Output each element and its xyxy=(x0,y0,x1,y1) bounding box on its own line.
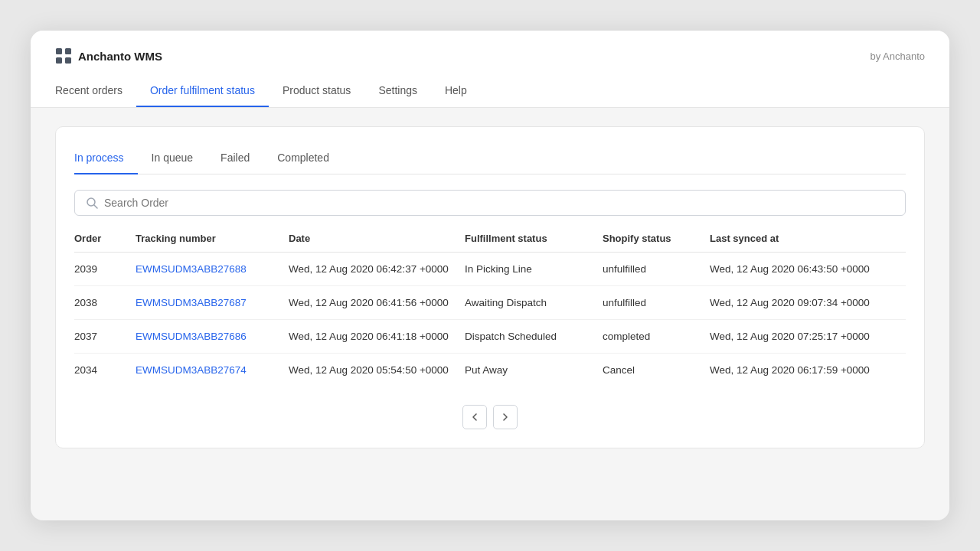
cell-fulfillment: Awaiting Dispatch xyxy=(465,286,603,320)
table-row: 2039 EWMSUDM3ABB27688 Wed, 12 Aug 2020 0… xyxy=(74,253,906,286)
col-header-shopify: Shopify status xyxy=(603,233,710,253)
col-header-order: Order xyxy=(74,233,136,253)
header: Anchanto WMS by Anchanto Recent orders O… xyxy=(31,31,949,108)
tracking-link[interactable]: EWMSUDM3ABB27688 xyxy=(136,263,247,275)
cell-tracking[interactable]: EWMSUDM3ABB27674 xyxy=(136,354,289,387)
tab-recent-orders[interactable]: Recent orders xyxy=(55,78,136,107)
cell-tracking[interactable]: EWMSUDM3ABB27686 xyxy=(136,320,289,354)
arrow-left-icon xyxy=(469,412,480,422)
table-row: 2038 EWMSUDM3ABB27687 Wed, 12 Aug 2020 0… xyxy=(74,286,906,320)
cell-shopify: completed xyxy=(603,320,710,354)
subtab-failed[interactable]: Failed xyxy=(207,145,263,174)
cell-date: Wed, 12 Aug 2020 06:41:18 +0000 xyxy=(289,320,465,354)
cell-order: 2034 xyxy=(74,354,136,387)
subtab-completed[interactable]: Completed xyxy=(263,145,343,174)
tab-settings[interactable]: Settings xyxy=(364,78,431,107)
cell-synced: Wed, 12 Aug 2020 06:17:59 +0000 xyxy=(710,354,906,387)
svg-rect-1 xyxy=(65,48,71,54)
cell-date: Wed, 12 Aug 2020 06:42:37 +0000 xyxy=(289,253,465,286)
cell-order: 2038 xyxy=(74,286,136,320)
table-row: 2037 EWMSUDM3ABB27686 Wed, 12 Aug 2020 0… xyxy=(74,320,906,354)
cell-order: 2039 xyxy=(74,253,136,286)
cell-shopify: unfulfilled xyxy=(603,286,710,320)
arrow-right-icon xyxy=(500,412,511,422)
cell-fulfillment: Dispatch Scheduled xyxy=(465,320,603,354)
svg-rect-2 xyxy=(56,57,62,64)
cell-synced: Wed, 12 Aug 2020 07:25:17 +0000 xyxy=(710,320,906,354)
cell-date: Wed, 12 Aug 2020 05:54:50 +0000 xyxy=(289,354,465,387)
tracking-link[interactable]: EWMSUDM3ABB27687 xyxy=(136,297,247,308)
cell-synced: Wed, 12 Aug 2020 06:43:50 +0000 xyxy=(710,253,906,286)
subtab-in-process[interactable]: In process xyxy=(74,145,138,174)
tab-product-status[interactable]: Product status xyxy=(269,78,365,107)
app-title: Anchanto WMS xyxy=(78,50,162,63)
search-input[interactable] xyxy=(104,197,894,209)
orders-table: Order Tracking number Date Fulfillment s… xyxy=(74,233,906,386)
cell-fulfillment: Put Away xyxy=(465,354,603,387)
tracking-link[interactable]: EWMSUDM3ABB27686 xyxy=(136,331,247,342)
sub-tabs: In process In queue Failed Completed xyxy=(74,145,906,174)
subtab-in-queue[interactable]: In queue xyxy=(138,145,207,174)
cell-date: Wed, 12 Aug 2020 06:41:56 +0000 xyxy=(289,286,465,320)
col-header-date: Date xyxy=(289,233,465,253)
svg-line-5 xyxy=(94,205,97,208)
cell-tracking[interactable]: EWMSUDM3ABB27688 xyxy=(136,253,289,286)
app-window: Anchanto WMS by Anchanto Recent orders O… xyxy=(31,31,949,520)
pagination xyxy=(74,405,906,429)
cell-shopify: Cancel xyxy=(603,354,710,387)
search-bar xyxy=(74,190,906,216)
header-top: Anchanto WMS by Anchanto xyxy=(55,47,925,64)
svg-rect-0 xyxy=(56,48,62,54)
search-icon xyxy=(86,197,98,209)
col-header-synced: Last synced at xyxy=(710,233,906,253)
table-row: 2034 EWMSUDM3ABB27674 Wed, 12 Aug 2020 0… xyxy=(74,354,906,387)
main-content: In process In queue Failed Completed xyxy=(31,108,949,467)
table-body: 2039 EWMSUDM3ABB27688 Wed, 12 Aug 2020 0… xyxy=(74,253,906,387)
orders-card: In process In queue Failed Completed xyxy=(55,126,925,448)
tab-order-fulfilment-status[interactable]: Order fulfilment status xyxy=(136,78,269,107)
col-header-fulfillment: Fulfillment status xyxy=(465,233,603,253)
col-header-tracking: Tracking number xyxy=(136,233,289,253)
logo-area: Anchanto WMS xyxy=(55,47,162,64)
by-anchanto: by Anchanto xyxy=(870,51,925,62)
next-page-button[interactable] xyxy=(493,405,518,429)
tab-help[interactable]: Help xyxy=(431,78,481,107)
cell-order: 2037 xyxy=(74,320,136,354)
tracking-link[interactable]: EWMSUDM3ABB27674 xyxy=(136,364,247,376)
logo-icon xyxy=(55,47,72,64)
prev-page-button[interactable] xyxy=(462,405,487,429)
cell-tracking[interactable]: EWMSUDM3ABB27687 xyxy=(136,286,289,320)
cell-synced: Wed, 12 Aug 2020 09:07:34 +0000 xyxy=(710,286,906,320)
main-nav: Recent orders Order fulfilment status Pr… xyxy=(55,78,925,107)
svg-rect-3 xyxy=(65,57,71,64)
cell-fulfillment: In Picking Line xyxy=(465,253,603,286)
cell-shopify: unfulfilled xyxy=(603,253,710,286)
table-header: Order Tracking number Date Fulfillment s… xyxy=(74,233,906,253)
